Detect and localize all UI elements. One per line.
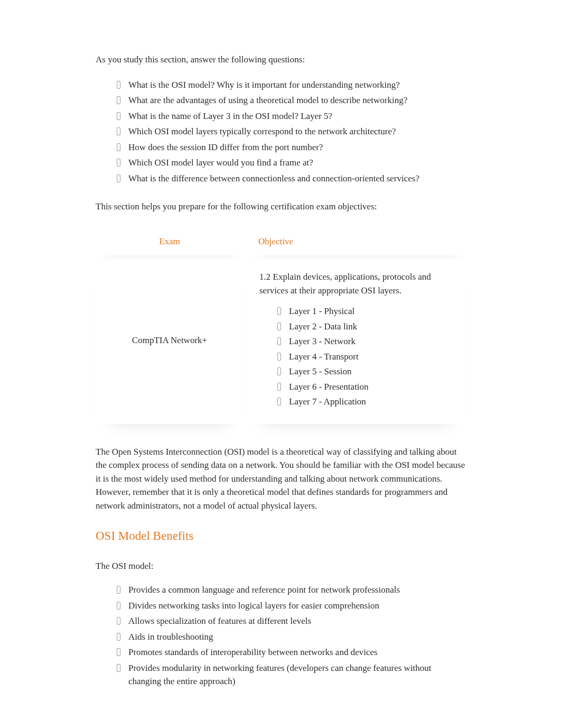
document-container: As you study this section, answer the fo… xyxy=(85,53,476,688)
body-paragraph: The Open Systems Interconnection (OSI) m… xyxy=(96,445,465,513)
layers-list: Layer 1 - Physical Layer 2 - Data link L… xyxy=(259,305,455,409)
benefits-intro: The OSI model: xyxy=(96,559,465,573)
list-item: Layer 4 - Transport xyxy=(277,350,455,364)
list-item: How does the session ID differ from the … xyxy=(117,141,465,154)
table-column-objective: Objective 1.2 Explain devices, applicati… xyxy=(249,227,465,424)
list-item: Allows specialization of features at dif… xyxy=(117,614,465,628)
list-item: Layer 3 - Network xyxy=(277,335,455,348)
table-cell-objective: 1.2 Explain devices, applications, proto… xyxy=(249,260,465,424)
questions-list: What is the OSI model? Why is it importa… xyxy=(96,78,465,186)
prep-paragraph: This section helps you prepare for the f… xyxy=(96,200,465,214)
list-item: Layer 2 - Data link xyxy=(277,320,455,334)
list-item: What is the name of Layer 3 in the OSI m… xyxy=(117,109,465,123)
list-item: What are the advantages of using a theor… xyxy=(117,94,465,107)
list-item: Layer 7 - Application xyxy=(277,395,455,409)
list-item: Which OSI model layer would you find a f… xyxy=(117,156,465,170)
list-item: What is the difference between connectio… xyxy=(117,172,465,186)
list-item: Promotes standards of interoperability b… xyxy=(117,646,465,659)
list-item: What is the OSI model? Why is it importa… xyxy=(117,78,465,92)
intro-paragraph: As you study this section, answer the fo… xyxy=(96,53,465,67)
table-header-objective: Objective xyxy=(249,227,465,256)
list-item: Divides networking tasks into logical la… xyxy=(117,599,465,613)
benefits-heading: OSI Model Benefits xyxy=(96,527,465,546)
table-header-exam: Exam xyxy=(96,227,244,256)
objective-intro: 1.2 Explain devices, applications, proto… xyxy=(259,270,455,297)
objectives-table: Exam CompTIA Network+ Objective 1.2 Expl… xyxy=(96,227,465,424)
list-item: Layer 6 - Presentation xyxy=(277,380,455,394)
list-item: Provides modularity in networking featur… xyxy=(117,661,465,688)
benefits-list: Provides a common language and reference… xyxy=(96,583,465,688)
list-item: Aids in troubleshooting xyxy=(117,630,465,644)
list-item: Which OSI model layers typically corresp… xyxy=(117,125,465,139)
list-item: Layer 1 - Physical xyxy=(277,305,455,318)
list-item: Layer 5 - Session xyxy=(277,365,455,379)
table-cell-exam: CompTIA Network+ xyxy=(96,260,244,424)
exam-name: CompTIA Network+ xyxy=(132,334,207,347)
list-item: Provides a common language and reference… xyxy=(117,583,465,597)
table-column-exam: Exam CompTIA Network+ xyxy=(96,227,244,424)
